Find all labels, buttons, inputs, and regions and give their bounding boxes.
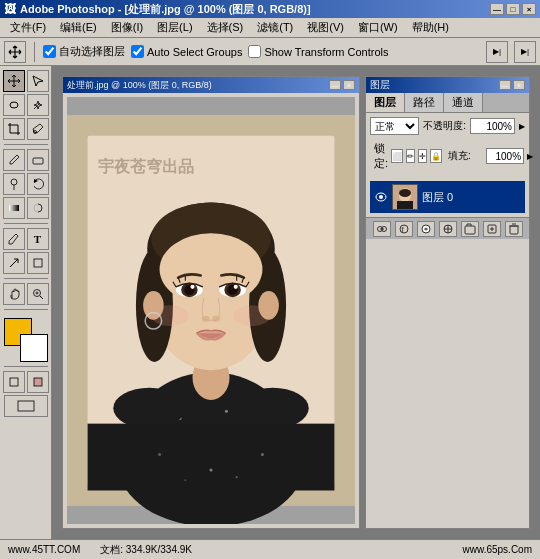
svg-point-52 [209,468,212,471]
tool-separator-4 [4,309,48,310]
title-bar-buttons[interactable]: — □ × [490,3,536,15]
fill-label: 填充: [448,149,483,163]
menu-help[interactable]: 帮助(H) [406,18,455,37]
blend-mode-row: 正常 不透明度: ▶ [370,117,525,135]
canvas-close-btn[interactable]: × [343,80,355,90]
options-btn-2[interactable]: ▶| [514,41,536,63]
delete-layer-btn[interactable] [505,221,523,237]
panel-minimize-btn[interactable]: — [499,80,511,90]
background-color[interactable] [20,334,48,362]
blur-tool[interactable] [27,197,49,219]
shape-tool[interactable] [27,252,49,274]
panel-close-btn[interactable]: × [513,80,525,90]
path-selection-tool[interactable] [3,252,25,274]
menu-filter[interactable]: 滤镜(T) [251,18,299,37]
menu-image[interactable]: 图像(I) [105,18,149,37]
new-layer-btn[interactable] [483,221,501,237]
svg-rect-50 [88,424,335,491]
auto-select-layer-checkbox[interactable] [43,45,56,58]
fill-input[interactable] [486,148,524,164]
show-transform-checkbox[interactable] [248,45,261,58]
menu-view[interactable]: 视图(V) [301,18,350,37]
screen-mode-btn[interactable] [4,395,48,417]
main-container: T [0,66,540,539]
new-group-btn[interactable] [461,221,479,237]
hand-tool[interactable] [3,283,25,305]
gradient-tool[interactable] [3,197,25,219]
fill-arrow[interactable]: ▶ [527,152,533,161]
tool-row-6 [3,197,49,219]
app-icon: 🖼 [4,2,16,16]
menu-layer[interactable]: 图层(L) [151,18,198,37]
menu-select[interactable]: 选择(S) [201,18,250,37]
tab-layers[interactable]: 图层 [366,93,405,112]
svg-line-7 [40,296,43,299]
move-tool[interactable] [3,70,25,92]
zoom-tool[interactable] [27,283,49,305]
menu-window[interactable]: 窗口(W) [352,18,404,37]
svg-point-49 [258,291,279,320]
close-button[interactable]: × [522,3,536,15]
add-style-btn[interactable]: f [395,221,413,237]
move-tool-btn[interactable] [4,41,26,63]
left-toolbar: T [0,66,52,539]
add-adjustment-btn[interactable] [439,221,457,237]
tab-channels[interactable]: 通道 [444,93,483,112]
add-mask-btn[interactable] [417,221,435,237]
show-transform-label: Show Transform Controls [264,46,388,58]
svg-point-27 [237,388,309,429]
options-btn-1[interactable]: ▶| [486,41,508,63]
status-bar: www.45TT.COM 文档: 334.9K/334.9K www.65ps.… [0,539,540,559]
eyedropper-tool[interactable] [27,118,49,140]
brush-tool[interactable] [3,149,25,171]
layer-item[interactable]: 图层 0 [370,181,525,213]
tool-row-8 [3,252,49,274]
selection-tool[interactable] [27,70,49,92]
color-swatches [4,318,48,362]
tab-paths[interactable]: 路径 [405,93,444,112]
panel-controls: 正常 不透明度: ▶ 锁定: ⬜ ✏ ✛ 🔒 填充: ▶ [366,113,529,177]
text-tool[interactable]: T [27,228,49,250]
layer-visibility-eye[interactable] [374,190,388,204]
lasso-tool[interactable] [3,94,25,116]
link-layers-btn[interactable] [373,221,391,237]
pen-tool[interactable] [3,228,25,250]
lock-paint-btn[interactable]: ✏ [406,149,415,163]
auto-select-layer-group: 自动选择图层 [43,44,125,59]
lock-transparent-btn[interactable]: ⬜ [391,149,403,163]
title-bar: 🖼 Adobe Photoshop - [处理前.jpg @ 100% (图层 … [0,0,540,18]
text-icon: T [34,233,41,245]
opacity-arrow[interactable]: ▶ [519,122,525,131]
tool-separator-2 [4,223,48,224]
eraser-tool[interactable] [27,149,49,171]
clone-stamp-tool[interactable] [3,173,25,195]
tool-row-5 [3,173,49,195]
panel-title-bar: 图层 — × [366,77,529,93]
lock-all-btn[interactable]: 🔒 [430,149,442,163]
tool-row-1 [3,70,49,92]
tool-separator-1 [4,144,48,145]
auto-select-groups-checkbox[interactable] [131,45,144,58]
history-brush-tool[interactable] [27,173,49,195]
menu-edit[interactable]: 编辑(E) [54,18,103,37]
svg-rect-61 [397,201,413,209]
menu-file[interactable]: 文件(F) [4,18,52,37]
quick-mask-btn[interactable] [27,371,49,393]
minimize-button[interactable]: — [490,3,504,15]
canvas-minimize-btn[interactable]: — [329,80,341,90]
layer-name: 图层 0 [422,190,453,205]
tool-separator-5 [4,366,48,367]
lock-label: 锁定: [374,141,388,171]
blend-mode-select[interactable]: 正常 [370,117,419,135]
watermark-text: 宇夜苍穹出品 [98,157,194,176]
tool-row-9 [3,283,49,305]
auto-select-groups-label: Auto Select Groups [147,46,242,58]
opacity-input[interactable] [470,118,515,134]
magic-wand-tool[interactable] [27,94,49,116]
svg-point-42 [234,285,238,289]
layer-thumbnail [392,184,418,210]
maximize-button[interactable]: □ [506,3,520,15]
lock-position-btn[interactable]: ✛ [418,149,427,163]
crop-tool[interactable] [3,118,25,140]
normal-mode-btn[interactable] [3,371,25,393]
